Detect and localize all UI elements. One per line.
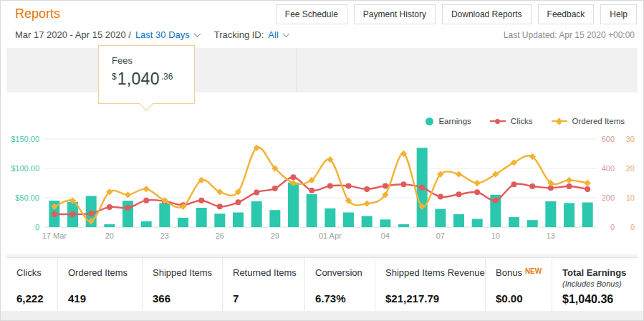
earnings-bar[interactable] bbox=[472, 219, 483, 227]
new-badge: NEW bbox=[525, 267, 542, 275]
clicks-point[interactable] bbox=[309, 188, 314, 193]
page-title: Reports bbox=[15, 6, 60, 21]
tab-separator bbox=[296, 48, 297, 92]
clicks-point[interactable] bbox=[511, 181, 517, 187]
clicks-point[interactable] bbox=[364, 186, 370, 192]
help-button[interactable]: Help bbox=[600, 4, 637, 24]
clicks-point[interactable] bbox=[346, 183, 352, 188]
earnings-bar[interactable] bbox=[582, 203, 593, 227]
tab-value: $1,040.36 bbox=[112, 70, 194, 89]
stat-shipped-items: Shipped Items 366 bbox=[143, 258, 223, 311]
right-axis-ordered-tick: 0 bbox=[630, 223, 635, 231]
clicks-point[interactable] bbox=[272, 186, 278, 191]
chevron-down-icon bbox=[193, 30, 201, 37]
earnings-bar[interactable] bbox=[196, 208, 207, 227]
ordered-items-point[interactable] bbox=[456, 171, 462, 178]
clicks-point[interactable] bbox=[419, 185, 425, 191]
earnings-bar[interactable] bbox=[380, 219, 390, 227]
x-axis-tick: 13 bbox=[547, 231, 555, 240]
left-axis-tick: $150.00 bbox=[11, 135, 39, 143]
clicks-point[interactable] bbox=[474, 189, 480, 195]
legend-clicks[interactable]: Clicks bbox=[490, 117, 533, 125]
clicks-point[interactable] bbox=[217, 203, 223, 209]
clicks-point[interactable] bbox=[438, 194, 443, 200]
tracking-id-dropdown[interactable]: All bbox=[268, 29, 288, 40]
earnings-bar[interactable] bbox=[307, 194, 317, 227]
payment-history-button[interactable]: Payment History bbox=[354, 4, 436, 24]
download-reports-button[interactable]: Download Reports bbox=[442, 4, 532, 24]
feedback-button[interactable]: Feedback bbox=[538, 4, 595, 24]
clicks-point[interactable] bbox=[88, 211, 94, 216]
fees-chart: $150.0060030$100.0040020$50.002001000017… bbox=[6, 107, 639, 250]
clicks-point[interactable] bbox=[125, 205, 131, 211]
legend-ordered-items[interactable]: Ordered Items bbox=[552, 117, 625, 125]
right-axis-clicks-tick: 0 bbox=[610, 223, 615, 231]
clicks-point[interactable] bbox=[107, 204, 112, 210]
ordered-items-point[interactable] bbox=[511, 159, 517, 166]
ordered-items-point[interactable] bbox=[363, 201, 370, 207]
right-axis-ordered-tick: 20 bbox=[626, 164, 635, 173]
tracking-id-label: Tracking ID: bbox=[214, 29, 264, 40]
earnings-bar[interactable] bbox=[564, 203, 575, 227]
x-axis-tick: 07 bbox=[436, 231, 445, 240]
clicks-point[interactable] bbox=[52, 211, 57, 217]
earnings-bar[interactable] bbox=[453, 214, 464, 227]
ordered-items-swatch-icon bbox=[552, 118, 567, 125]
clicks-point[interactable] bbox=[198, 198, 204, 203]
earnings-bar[interactable] bbox=[178, 218, 188, 227]
earnings-bar[interactable] bbox=[325, 209, 335, 227]
last-updated-text: Last Updated: Apr 15 2020 +00:00 bbox=[504, 30, 635, 40]
ordered-items-point[interactable] bbox=[474, 180, 480, 186]
legend-earnings[interactable]: Earnings bbox=[426, 117, 471, 125]
earnings-bar[interactable] bbox=[269, 210, 280, 227]
earnings-bar[interactable] bbox=[343, 213, 354, 228]
period-dropdown[interactable]: Last 30 Days bbox=[135, 29, 200, 40]
stat-total-earnings: Total Earnings (Includes Bonus) $1,040.3… bbox=[552, 258, 638, 311]
stats-table: Clicks 6,222 Ordered Items 419 Shipped I… bbox=[6, 257, 638, 312]
clicks-point[interactable] bbox=[327, 183, 333, 188]
clicks-point[interactable] bbox=[236, 199, 241, 205]
right-axis-ordered-tick: 30 bbox=[626, 135, 635, 143]
clicks-point[interactable] bbox=[143, 198, 149, 203]
clicks-point[interactable] bbox=[383, 183, 388, 188]
earnings-bar[interactable] bbox=[509, 217, 519, 227]
stat-returned-items: Returned Items 7 bbox=[223, 258, 305, 311]
clicks-point[interactable] bbox=[585, 186, 590, 192]
fee-schedule-button[interactable]: Fee Schedule bbox=[276, 4, 347, 24]
earnings-bar[interactable] bbox=[435, 209, 446, 227]
clicks-point[interactable] bbox=[567, 183, 572, 189]
right-axis-clicks-tick: 400 bbox=[602, 164, 615, 173]
ordered-items-point[interactable] bbox=[143, 186, 149, 192]
clicks-point[interactable] bbox=[529, 183, 535, 189]
clicks-point[interactable] bbox=[456, 191, 462, 197]
ordered-items-point[interactable] bbox=[584, 180, 590, 186]
top-nav: Fee Schedule Payment History Download Re… bbox=[276, 4, 637, 24]
earnings-bar[interactable] bbox=[233, 213, 244, 228]
clicks-swatch-icon bbox=[490, 118, 506, 125]
clicks-point[interactable] bbox=[493, 198, 499, 203]
ordered-items-point[interactable] bbox=[566, 177, 572, 183]
earnings-bar[interactable] bbox=[288, 183, 299, 227]
earnings-bar[interactable] bbox=[122, 201, 133, 227]
earnings-bar[interactable] bbox=[545, 201, 556, 227]
earnings-bar[interactable] bbox=[104, 224, 115, 227]
earnings-bar[interactable] bbox=[251, 201, 262, 227]
earnings-swatch-icon bbox=[426, 118, 433, 125]
ordered-items-point[interactable] bbox=[125, 191, 131, 198]
earnings-bar[interactable] bbox=[398, 224, 409, 227]
earnings-bar[interactable] bbox=[159, 203, 170, 227]
ordered-items-line bbox=[54, 148, 587, 221]
footer-strip bbox=[1, 311, 643, 320]
earnings-bar[interactable] bbox=[362, 216, 373, 227]
tab-fees-selected[interactable]: Fees $1,040.36 bbox=[98, 45, 195, 104]
chevron-down-icon bbox=[282, 30, 289, 37]
clicks-point[interactable] bbox=[70, 211, 76, 217]
clicks-point[interactable] bbox=[254, 189, 259, 195]
clicks-point[interactable] bbox=[401, 181, 407, 187]
earnings-bar[interactable] bbox=[214, 214, 225, 227]
clicks-point[interactable] bbox=[291, 174, 297, 180]
earnings-bar[interactable] bbox=[527, 220, 538, 227]
x-axis-tick: 17 Mar bbox=[42, 231, 67, 240]
earnings-bar[interactable] bbox=[141, 221, 152, 227]
ordered-items-point[interactable] bbox=[216, 188, 223, 195]
